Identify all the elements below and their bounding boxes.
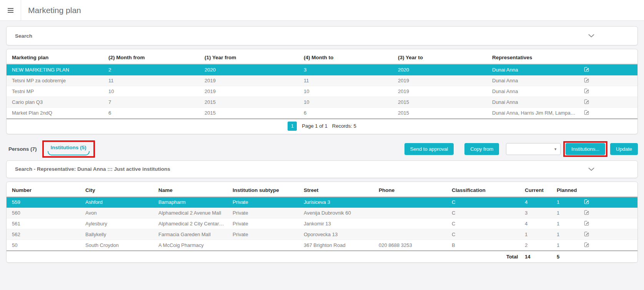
table-row[interactable]: 562 Ballykelly Farmacia Gareden Mall Pri…: [7, 229, 637, 240]
spacer-cell: [298, 251, 373, 262]
spacer-cell: [594, 208, 637, 218]
table-row[interactable]: Tetsni MP za odobrernje 11 2019 11 2019 …: [7, 75, 637, 86]
edit-icon[interactable]: [579, 229, 594, 240]
copy-from-select[interactable]: ▼: [506, 143, 561, 155]
cell-representatives: Dunai Anna: [487, 86, 579, 97]
column-header-edit: [579, 49, 594, 64]
column-header-year-to[interactable]: (3) Year to: [393, 49, 487, 64]
cell-month-to: 3: [298, 64, 393, 75]
plans-table: Marketing plan (2) Month from (1) Year f…: [7, 49, 637, 118]
spacer-cell: [594, 86, 637, 97]
column-header-marketing-plan[interactable]: Marketing plan: [7, 49, 103, 64]
page-1-button[interactable]: 1: [288, 122, 297, 131]
menu-button[interactable]: [0, 0, 21, 20]
table-row[interactable]: Cario plan Q3 7 2015 10 2015 Dunai Anna: [7, 97, 637, 107]
records-count-text: Records: 5: [332, 123, 356, 129]
chevron-down-icon[interactable]: [588, 34, 594, 38]
edit-icon[interactable]: [579, 75, 594, 86]
edit-icon[interactable]: [579, 97, 594, 107]
cell-representatives: Dunai Anna: [487, 97, 579, 107]
column-header-street[interactable]: Street: [298, 182, 373, 197]
cell-classification: C: [446, 218, 519, 229]
column-header-current[interactable]: Current: [519, 182, 551, 197]
spacer-cell: [594, 218, 637, 229]
cell-current: 4: [519, 197, 551, 208]
column-header-classification[interactable]: Classification: [446, 182, 519, 197]
search-panel-label: Search - Representative: Dunai Anna ::: …: [15, 166, 170, 172]
cell-year-to: 2019: [393, 75, 487, 86]
column-header-number[interactable]: Number: [7, 182, 80, 197]
cell-plan-name: Tetsni MP za odobrernje: [7, 75, 103, 86]
spacer-cell: [7, 251, 80, 262]
spacer-cell: [373, 251, 446, 262]
cell-number: 50: [7, 240, 80, 251]
cell-month-from: 7: [103, 97, 199, 107]
edit-icon[interactable]: [579, 64, 594, 75]
cell-subtype: Private: [227, 229, 298, 240]
column-header-name[interactable]: Name: [153, 182, 227, 197]
cell-planned: 1: [551, 240, 579, 251]
page-title: Marketing plan: [28, 6, 81, 15]
spacer-cell: [594, 97, 637, 107]
table-row[interactable]: 560 Avon Alphamedical 2 Avenue Mall Priv…: [7, 208, 637, 218]
table-row[interactable]: 559 Ashford Bamapharm Private Jurisiceva…: [7, 197, 637, 208]
edit-icon[interactable]: [579, 197, 594, 208]
edit-icon[interactable]: [579, 86, 594, 97]
column-header-year-from[interactable]: (1) Year from: [199, 49, 298, 64]
column-header-month-from[interactable]: (2) Month from: [103, 49, 199, 64]
cell-phone: [373, 208, 446, 218]
copy-from-button[interactable]: Copy from: [464, 143, 499, 155]
cell-month-from: 2: [103, 64, 199, 75]
cell-city: Ashford: [80, 197, 153, 208]
table-row[interactable]: Market Plan 2ndQ 6 2015 6 2015 Dunai Ann…: [7, 107, 637, 118]
edit-icon[interactable]: [579, 107, 594, 118]
column-header-city[interactable]: City: [80, 182, 153, 197]
column-header-planned[interactable]: Planned: [551, 182, 579, 197]
spacer-cell: [594, 240, 637, 251]
column-header-phone[interactable]: Phone: [373, 182, 446, 197]
search-panel-plans[interactable]: Search: [6, 26, 638, 45]
active-tab-underline: [48, 151, 90, 155]
cell-name: A McCoig Pharmacy: [153, 240, 227, 251]
table-row[interactable]: NEW MARKETING PLAN 2 2020 3 2020 Dunai A…: [7, 64, 637, 75]
edit-icon[interactable]: [579, 218, 594, 229]
cell-planned: 1: [551, 208, 579, 218]
cell-month-from: 11: [103, 75, 199, 86]
cell-classification: C: [446, 208, 519, 218]
table-row[interactable]: 561 Aylesbury Alphamedical 2 City Centar…: [7, 218, 637, 229]
cell-name: Bamapharm: [153, 197, 227, 208]
chevron-down-icon[interactable]: [588, 167, 594, 171]
cell-month-to: 11: [298, 75, 393, 86]
cell-year-from: 2015: [199, 97, 298, 107]
cell-number: 559: [7, 197, 80, 208]
tab-institutions[interactable]: Institutions (5): [45, 142, 93, 157]
spacer-cell: [594, 64, 637, 75]
plans-header-row: Marketing plan (2) Month from (1) Year f…: [7, 49, 637, 64]
cell-year-to: 2015: [393, 97, 487, 107]
column-header-month-to[interactable]: (4) Month to: [298, 49, 393, 64]
spacer-cell: [594, 75, 637, 86]
cell-plan-name: Testni MP: [7, 86, 103, 97]
cell-planned: 1: [551, 197, 579, 208]
totals-row: Total 14 5: [7, 251, 637, 262]
main-content: Search Marketing plan (2) Month from (1)…: [0, 26, 644, 263]
column-header-representatives[interactable]: Representatives: [487, 49, 579, 64]
edit-icon[interactable]: [579, 208, 594, 218]
table-row[interactable]: 50 South Croydon A McCoig Pharmacy 367 B…: [7, 240, 637, 251]
cell-classification: C: [446, 229, 519, 240]
institutions-button[interactable]: Institutions...: [566, 143, 605, 155]
spacer-header: [594, 49, 637, 64]
search-panel-institutions[interactable]: Search - Representative: Dunai Anna ::: …: [6, 160, 638, 178]
cell-current: 2: [519, 240, 551, 251]
column-header-institution-subtype[interactable]: Institution subtype: [227, 182, 298, 197]
send-to-approval-button[interactable]: Send to approval: [404, 143, 454, 155]
update-button[interactable]: Update: [610, 143, 638, 155]
cell-representatives: Dunai Anna: [487, 75, 579, 86]
plans-table-card: Marketing plan (2) Month from (1) Year f…: [6, 49, 638, 134]
cell-city: Aylesbury: [80, 218, 153, 229]
table-row[interactable]: Testni MP 10 2019 10 2019 Dunai Anna: [7, 86, 637, 97]
institutions-header-row: Number City Name Institution subtype Str…: [7, 182, 637, 197]
tab-persons[interactable]: Persons (7): [6, 143, 39, 155]
cell-phone: [373, 197, 446, 208]
edit-icon[interactable]: [579, 240, 594, 251]
